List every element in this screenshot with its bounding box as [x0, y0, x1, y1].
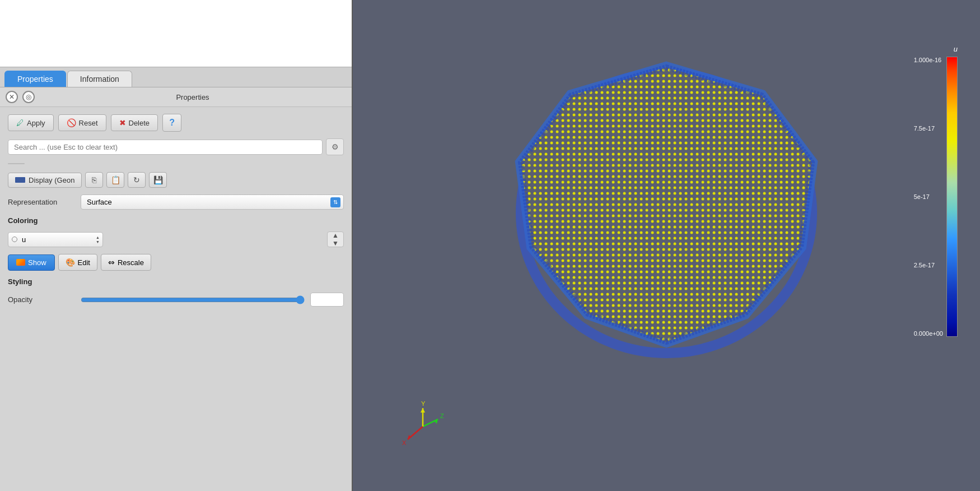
- coloring-right-controls: ▲▼: [108, 231, 344, 247]
- opacity-slider-wrapper: [81, 295, 305, 304]
- coloring-row: u ▲ ▼ ▲▼: [8, 231, 344, 247]
- edit-button[interactable]: 🎨 Edit: [58, 254, 97, 271]
- display-color-icon: [15, 177, 25, 183]
- coloring-expand-button[interactable]: ▲▼: [327, 231, 344, 247]
- representation-select-wrapper: Surface ⇅: [81, 194, 344, 210]
- reset-icon: 🚫: [67, 118, 76, 127]
- paste-button[interactable]: 📋: [106, 172, 124, 188]
- coloring-section-title: Coloring: [8, 216, 344, 225]
- legend-label-4: 2.5e-17: [914, 262, 943, 268]
- apply-icon: 🖊: [16, 118, 24, 127]
- coloring-variable-select[interactable]: u: [8, 232, 103, 247]
- representation-row: Representation Surface ⇅: [8, 194, 344, 210]
- apply-button[interactable]: 🖊 Apply: [8, 114, 54, 131]
- right-panel-3d: // This will be replaced by static SVG c…: [353, 0, 980, 491]
- edit-icon: 🎨: [66, 258, 75, 267]
- legend-label-top: 1.000e-16: [914, 57, 943, 63]
- point-cloud-container: // This will be replaced by static SVG c…: [470, 28, 862, 409]
- legend-color-bar: [946, 57, 958, 337]
- legend-label-3: 5e-17: [914, 193, 943, 200]
- search-input[interactable]: [8, 140, 323, 155]
- save-button[interactable]: 💾: [149, 172, 167, 188]
- styling-section-title: Styling: [8, 277, 344, 286]
- show-colorbar-icon: [16, 259, 25, 266]
- axes-svg: Z Y X: [398, 401, 448, 452]
- opacity-slider[interactable]: [81, 295, 305, 304]
- top-preview-area: [0, 0, 352, 67]
- search-settings-button[interactable]: ⚙: [326, 138, 344, 155]
- copy-button[interactable]: ⎘: [85, 172, 103, 188]
- show-button[interactable]: Show: [8, 254, 55, 271]
- panel-content: 🖊 Apply 🚫 Reset ✖ Delete ? ⚙: [0, 107, 352, 491]
- search-row: ⚙: [8, 138, 344, 155]
- legend-labels: 1.000e-16 7.5e-17 5e-17 2.5e-17 0.000e+0…: [914, 57, 943, 337]
- left-panel: Properties Information ✕ ◎ Properties 🖊 …: [0, 0, 353, 491]
- svg-marker-10: [421, 408, 425, 413]
- delete-icon: ✖: [119, 118, 126, 127]
- close-icon-btn[interactable]: ✕: [6, 91, 18, 103]
- point-cloud-svg: // This will be replaced by static SVG c…: [470, 28, 862, 409]
- legend-label-2: 7.5e-17: [914, 125, 943, 132]
- x-axis-label: X: [402, 439, 407, 446]
- reset-button[interactable]: 🚫 Reset: [58, 114, 106, 131]
- pin-icon-btn[interactable]: ◎: [22, 91, 35, 103]
- color-legend: u 1.000e-16 7.5e-17 5e-17 2.5e-17 0.000e…: [914, 45, 958, 337]
- representation-select[interactable]: Surface: [81, 194, 344, 210]
- legend-bar-container: 1.000e-16 7.5e-17 5e-17 2.5e-17 0.000e+0…: [914, 57, 958, 337]
- action-buttons-row: 🖊 Apply 🚫 Reset ✖ Delete ?: [8, 114, 344, 132]
- y-axis-label: Y: [421, 401, 426, 407]
- help-button[interactable]: ?: [162, 114, 181, 132]
- opacity-label: Opacity: [8, 295, 75, 304]
- rescale-button[interactable]: ⇔ Rescale: [101, 254, 151, 271]
- coloring-select-wrapper: u ▲ ▼: [8, 232, 103, 247]
- axes-widget: Z Y X: [398, 401, 442, 446]
- representation-label: Representation: [8, 198, 75, 206]
- tab-information[interactable]: Information: [67, 71, 132, 87]
- tab-properties[interactable]: Properties: [4, 71, 66, 87]
- 3d-scene-canvas[interactable]: // This will be replaced by static SVG c…: [353, 0, 980, 491]
- properties-header: ✕ ◎ Properties: [0, 87, 352, 107]
- display-row: Display (Geon ⎘ 📋 ↻ 💾: [8, 172, 344, 188]
- display-label-button[interactable]: Display (Geon: [8, 173, 82, 188]
- svg-line-7: [423, 419, 438, 427]
- color-actions-row: Show 🎨 Edit ⇔ Rescale: [8, 254, 344, 271]
- panel-title: Properties: [39, 93, 346, 101]
- legend-label-bottom: 0.000e+00: [914, 330, 943, 337]
- tabs-bar: Properties Information: [0, 67, 352, 87]
- rescale-icon: ⇔: [108, 258, 115, 267]
- opacity-row: Opacity 1: [8, 293, 344, 307]
- z-axis-label: Z: [440, 413, 444, 419]
- refresh-button[interactable]: ↻: [128, 172, 146, 188]
- legend-title: u: [954, 45, 958, 53]
- delete-button[interactable]: ✖ Delete: [111, 114, 158, 131]
- opacity-value-input[interactable]: 1: [310, 293, 344, 307]
- section-divider: [8, 163, 25, 164]
